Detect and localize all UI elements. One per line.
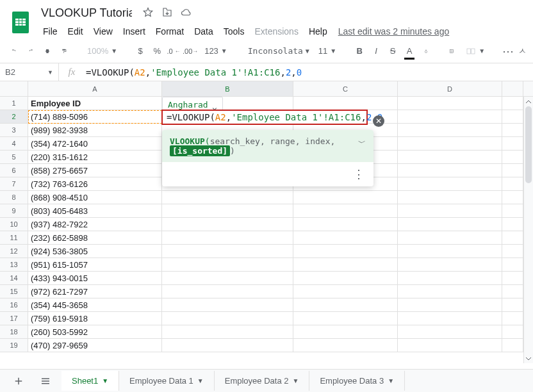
scroll-down-icon[interactable] bbox=[524, 354, 533, 363]
cell[interactable]: (989) 982-3938 bbox=[28, 124, 162, 137]
cell[interactable] bbox=[398, 298, 502, 312]
chevron-down-icon[interactable]: ▼ bbox=[292, 377, 299, 384]
cell[interactable] bbox=[398, 110, 502, 124]
cell[interactable]: Employee ID bbox=[28, 97, 162, 110]
row-header[interactable]: 7 bbox=[0, 177, 28, 191]
row-header[interactable]: 1 bbox=[0, 97, 28, 110]
cell[interactable]: (924) 536-3805 bbox=[28, 245, 162, 258]
row-header[interactable]: 19 bbox=[0, 339, 28, 352]
cell[interactable] bbox=[502, 272, 523, 285]
cell[interactable] bbox=[398, 97, 502, 110]
cell[interactable] bbox=[502, 339, 523, 352]
formula-input[interactable]: =VLOOKUP(A2,'Employee Data 1'!A1:C16,2,0 bbox=[85, 67, 533, 78]
cell[interactable] bbox=[293, 204, 398, 218]
cell[interactable] bbox=[398, 177, 502, 191]
cell[interactable] bbox=[162, 218, 293, 231]
row-header[interactable]: 5 bbox=[0, 151, 28, 164]
redo-button[interactable] bbox=[24, 43, 37, 60]
column-header-blank[interactable] bbox=[502, 81, 523, 96]
row-header[interactable]: 17 bbox=[0, 312, 28, 325]
cell[interactable] bbox=[293, 97, 398, 110]
menu-view[interactable]: View bbox=[89, 24, 117, 39]
row-header[interactable]: 4 bbox=[0, 137, 28, 151]
row-header[interactable]: 13 bbox=[0, 258, 28, 272]
cell[interactable] bbox=[502, 164, 523, 177]
cell[interactable] bbox=[162, 339, 293, 352]
sheets-logo[interactable] bbox=[8, 10, 33, 35]
cell[interactable] bbox=[502, 325, 523, 339]
cell[interactable] bbox=[162, 231, 293, 245]
print-button[interactable] bbox=[41, 43, 54, 60]
cell[interactable] bbox=[162, 285, 293, 298]
cell-editor[interactable]: =VLOOKUP(A2,'Employee Data 1'!A1:C16,2,0 bbox=[161, 110, 368, 125]
cell[interactable]: (714) 889-5096 bbox=[28, 110, 162, 124]
cell[interactable] bbox=[293, 312, 398, 325]
cell[interactable]: (951) 615-1057 bbox=[28, 258, 162, 272]
cell[interactable] bbox=[502, 258, 523, 272]
cell[interactable] bbox=[293, 258, 398, 272]
font-size-dropdown[interactable]: 11▼ bbox=[315, 44, 340, 58]
merge-dropdown[interactable]: ▼ bbox=[462, 44, 489, 59]
undo-button[interactable] bbox=[8, 43, 20, 60]
currency-button[interactable]: $ bbox=[134, 44, 147, 58]
sheet-tab[interactable]: Employee Data 2▼ bbox=[215, 371, 310, 391]
cell[interactable] bbox=[293, 245, 398, 258]
cell[interactable]: (354) 445-3658 bbox=[28, 298, 162, 312]
cell[interactable] bbox=[502, 177, 523, 191]
increase-decimal-button[interactable]: .00→ bbox=[184, 45, 197, 58]
add-sheet-button[interactable] bbox=[8, 373, 29, 389]
chevron-down-icon[interactable]: ▼ bbox=[102, 377, 108, 384]
cell[interactable]: (260) 503-5992 bbox=[28, 325, 162, 339]
cell[interactable]: (470) 297-9659 bbox=[28, 339, 162, 352]
row-header[interactable]: 18 bbox=[0, 325, 28, 339]
sheet-tab[interactable]: Employee Data 3▼ bbox=[309, 371, 405, 391]
row-header[interactable]: 14 bbox=[0, 272, 28, 285]
cell[interactable]: (858) 275-6657 bbox=[28, 164, 162, 177]
cell[interactable]: (937) 482-7922 bbox=[28, 218, 162, 231]
fill-color-button[interactable] bbox=[420, 43, 432, 60]
last-edit[interactable]: Last edit was 2 minutes ago bbox=[338, 26, 450, 37]
cell[interactable] bbox=[398, 339, 502, 352]
row-header[interactable]: 12 bbox=[0, 245, 28, 258]
cell[interactable] bbox=[293, 272, 398, 285]
vertical-scrollbar[interactable] bbox=[523, 97, 533, 363]
cell[interactable]: (732) 763-6126 bbox=[28, 177, 162, 191]
chevron-down-icon[interactable]: ▼ bbox=[388, 377, 394, 384]
more-button[interactable]: ⋯ bbox=[502, 42, 514, 61]
cell[interactable] bbox=[502, 312, 523, 325]
cell[interactable] bbox=[502, 110, 523, 124]
cell[interactable] bbox=[502, 151, 523, 164]
star-icon[interactable] bbox=[142, 6, 154, 20]
cell[interactable] bbox=[398, 285, 502, 298]
number-format-dropdown[interactable]: 123▼ bbox=[201, 44, 231, 58]
spreadsheet-grid[interactable]: ABCD 12345678910111213141516171819 Emplo… bbox=[0, 81, 533, 363]
decrease-decimal-button[interactable]: .0 ← bbox=[167, 45, 180, 58]
menu-insert[interactable]: Insert bbox=[119, 24, 150, 39]
cell[interactable] bbox=[398, 204, 502, 218]
cell[interactable] bbox=[398, 325, 502, 339]
cell[interactable] bbox=[502, 97, 523, 110]
sheet-tab[interactable]: Employee Data 1▼ bbox=[119, 371, 215, 391]
cell[interactable] bbox=[398, 151, 502, 164]
cell[interactable] bbox=[502, 298, 523, 312]
cell[interactable] bbox=[398, 124, 502, 137]
cell[interactable] bbox=[162, 298, 293, 312]
column-header-B[interactable]: B bbox=[162, 81, 293, 96]
select-all-corner[interactable] bbox=[0, 81, 28, 97]
row-header[interactable]: 15 bbox=[0, 285, 28, 298]
row-header[interactable]: 8 bbox=[0, 191, 28, 204]
text-color-button[interactable]: A bbox=[403, 44, 416, 58]
cell[interactable]: (232) 662-5898 bbox=[28, 231, 162, 245]
menu-extensions[interactable]: Extensions bbox=[250, 24, 302, 39]
cell[interactable]: (354) 472-1640 bbox=[28, 137, 162, 151]
cell[interactable] bbox=[162, 258, 293, 272]
cell[interactable] bbox=[502, 245, 523, 258]
cell[interactable] bbox=[162, 204, 293, 218]
zoom-dropdown[interactable]: 100%▼ bbox=[83, 44, 121, 58]
row-header[interactable]: 2 bbox=[0, 110, 28, 124]
cell[interactable] bbox=[502, 218, 523, 231]
cell[interactable]: (759) 619-5918 bbox=[28, 312, 162, 325]
menu-help[interactable]: Help bbox=[304, 24, 332, 39]
document-title[interactable] bbox=[38, 5, 135, 21]
cell[interactable] bbox=[398, 191, 502, 204]
